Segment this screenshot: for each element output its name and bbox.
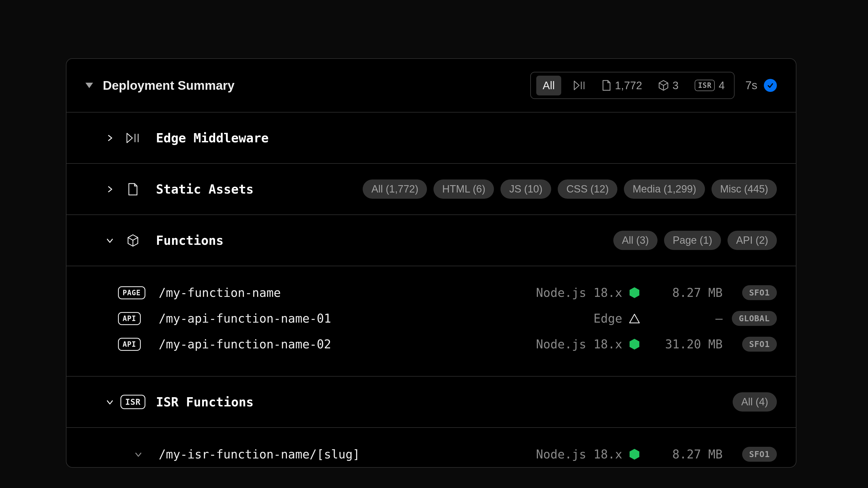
static-filter-css[interactable]: CSS (12) (558, 180, 617, 199)
section-static-assets[interactable]: Static Assets All (1,772) HTML (6) JS (1… (66, 164, 796, 215)
region-badge: SFO1 (742, 447, 777, 462)
function-path: /my-api-function-name-02 (159, 337, 514, 351)
middleware-icon (126, 132, 140, 144)
file-icon (126, 183, 140, 196)
function-row[interactable]: PAGE /my-function-name Node.js 18.x 8.27… (86, 280, 777, 305)
region-badge: SFO1 (742, 285, 777, 300)
function-runtime: Edge (514, 312, 622, 325)
chevron-down-icon (134, 451, 142, 458)
node-icon (622, 339, 647, 350)
static-filter-misc[interactable]: Misc (445) (712, 180, 777, 199)
collapse-icon (86, 83, 93, 88)
isr-icon: ISR (695, 80, 715, 91)
filter-all[interactable]: All (536, 76, 561, 95)
type-badge-api: API (118, 312, 141, 325)
section-functions[interactable]: Functions All (3) Page (1) API (2) (66, 215, 796, 266)
static-filters: All (1,772) HTML (6) JS (10) CSS (12) Me… (363, 180, 777, 199)
node-icon (622, 449, 647, 460)
function-path: /my-function-name (159, 286, 514, 300)
type-badge-page: PAGE (118, 286, 145, 299)
isr-row[interactable]: /my-isr-function-name/[slug] Node.js 18.… (86, 442, 777, 467)
functions-filters: All (3) Page (1) API (2) (613, 231, 777, 250)
section-middleware[interactable]: Edge Middleware (66, 112, 796, 164)
isr-size: 8.27 MB (647, 447, 723, 461)
isr-runtime: Node.js 18.x (514, 447, 622, 461)
type-badge-api: API (118, 338, 141, 351)
function-path: /my-api-function-name-01 (159, 312, 514, 325)
section-isr[interactable]: ISR ISR Functions All (4) (66, 377, 796, 428)
middleware-title: Edge Middleware (156, 131, 269, 145)
middleware-icon (574, 80, 586, 90)
isr-badge-icon: ISR (126, 395, 140, 409)
static-filter-media[interactable]: Media (1,299) (624, 180, 705, 199)
static-filter-html[interactable]: HTML (6) (433, 180, 494, 199)
isr-title: ISR Functions (156, 395, 254, 410)
function-runtime: Node.js 18.x (514, 337, 622, 351)
isr-path: /my-isr-function-name/[slug] (159, 447, 514, 461)
static-filter-all[interactable]: All (1,772) (363, 180, 427, 199)
fn-filter-all[interactable]: All (3) (613, 231, 657, 250)
chevron-right-icon (104, 134, 115, 142)
filter-assets[interactable]: 1,772 (598, 77, 646, 94)
static-filter-js[interactable]: JS (10) (500, 180, 551, 199)
fn-filter-api[interactable]: API (2) (727, 231, 777, 250)
function-row[interactable]: API /my-api-function-name-01 Edge — GLOB… (86, 305, 777, 331)
function-row[interactable]: API /my-api-function-name-02 Node.js 18.… (86, 331, 777, 357)
region-badge: SFO1 (742, 337, 777, 352)
filter-functions[interactable]: 3 (654, 77, 682, 94)
fn-filter-page[interactable]: Page (1) (664, 231, 721, 250)
deployment-summary-panel: Deployment Summary All 1,772 (66, 58, 796, 468)
status-badge (764, 79, 777, 92)
function-size: 31.20 MB (647, 337, 723, 351)
check-icon (767, 82, 774, 89)
function-icon (658, 80, 669, 91)
summary-title: Deployment Summary (103, 78, 235, 93)
region-badge: GLOBAL (732, 311, 777, 326)
function-runtime: Node.js 18.x (514, 286, 622, 300)
function-size: — (647, 312, 723, 325)
filter-isr[interactable]: ISR 4 (691, 77, 728, 94)
chevron-down-icon (104, 237, 115, 244)
summary-header[interactable]: Deployment Summary All 1,772 (66, 59, 796, 112)
function-icon (126, 234, 140, 247)
file-icon (602, 80, 611, 91)
static-title: Static Assets (156, 182, 254, 197)
functions-list: PAGE /my-function-name Node.js 18.x 8.27… (66, 266, 796, 377)
filter-middleware[interactable] (570, 78, 589, 93)
edge-icon (622, 314, 647, 323)
functions-title: Functions (156, 233, 223, 248)
isr-list: /my-isr-function-name/[slug] Node.js 18.… (66, 428, 796, 467)
isr-filters: All (4) (733, 392, 777, 412)
node-icon (622, 287, 647, 298)
isr-filter-all[interactable]: All (4) (733, 392, 777, 412)
chevron-down-icon (104, 398, 115, 406)
chevron-right-icon (104, 186, 115, 193)
deploy-time: 7s (745, 79, 757, 92)
function-size: 8.27 MB (647, 286, 723, 300)
filter-segment: All 1,772 3 (530, 72, 735, 99)
